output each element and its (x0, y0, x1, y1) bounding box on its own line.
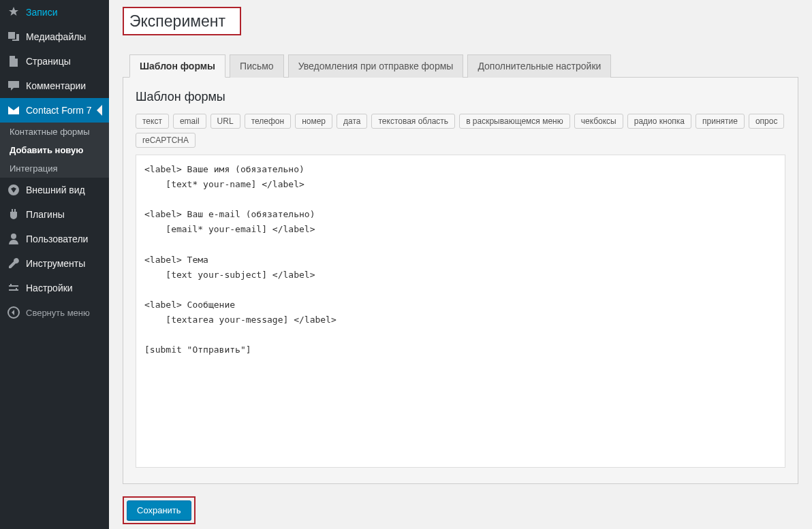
pages-icon (7, 54, 20, 68)
tab-mail[interactable]: Письмо (230, 54, 284, 78)
tag-btn-textarea[interactable]: текстовая область (371, 114, 455, 129)
title-highlight-box (123, 7, 241, 35)
sub-item-add-new[interactable]: Добавить новую (0, 141, 109, 159)
sidebar-item-comments[interactable]: Комментарии (0, 74, 109, 98)
sidebar-item-label: Записи (26, 7, 57, 18)
mail-icon (7, 103, 20, 117)
appearance-icon (7, 183, 20, 197)
panel-heading: Шаблон формы (136, 90, 785, 104)
collapse-menu[interactable]: Свернуть меню (0, 300, 109, 325)
tab-form-template[interactable]: Шаблон формы (129, 54, 225, 78)
sidebar-item-posts[interactable]: Записи (0, 0, 109, 25)
sidebar-item-tools[interactable]: Инструменты (0, 251, 109, 276)
sub-item-contact-forms[interactable]: Контактные формы (0, 123, 109, 141)
form-template-panel: Шаблон формы текст email URL телефон ном… (123, 78, 798, 484)
tag-btn-radio[interactable]: радио кнопка (627, 114, 691, 129)
form-title-input[interactable] (124, 8, 240, 34)
tag-btn-text[interactable]: текст (136, 114, 169, 129)
tag-generator-buttons: текст email URL телефон номер дата текст… (136, 114, 785, 148)
save-highlight-box: Сохранить (123, 496, 196, 524)
form-code-textarea[interactable] (136, 155, 785, 468)
sidebar-submenu: Контактные формы Добавить новую Интеграц… (0, 123, 109, 178)
settings-icon (7, 281, 20, 295)
sidebar-item-label: Contact Form 7 (26, 105, 91, 116)
plugins-icon (7, 208, 20, 221)
tag-btn-quiz[interactable]: опрос (749, 114, 785, 129)
sidebar-item-label: Пользователи (26, 234, 88, 244)
tag-btn-recaptcha[interactable]: reCAPTCHA (136, 133, 196, 148)
tag-btn-acceptance[interactable]: принятие (696, 114, 745, 129)
sub-item-integration[interactable]: Интеграция (0, 159, 109, 178)
tag-btn-url[interactable]: URL (210, 114, 240, 129)
tools-icon (7, 257, 20, 270)
sidebar-item-appearance[interactable]: Внешний вид (0, 178, 109, 202)
users-icon (7, 232, 20, 246)
tag-btn-tel[interactable]: телефон (245, 114, 292, 129)
tag-btn-date[interactable]: дата (337, 114, 367, 129)
media-icon (7, 30, 20, 44)
sidebar-item-settings[interactable]: Настройки (0, 276, 109, 300)
sidebar-item-label: Внешний вид (26, 185, 85, 195)
sidebar-item-plugins[interactable]: Плагины (0, 202, 109, 227)
sidebar-item-label: Инструменты (26, 258, 85, 269)
tabs-container: Шаблон формы Письмо Уведомления при отпр… (123, 48, 798, 484)
tag-btn-number[interactable]: номер (295, 114, 332, 129)
save-button[interactable]: Сохранить (127, 500, 191, 520)
collapse-icon (7, 306, 20, 319)
admin-sidebar: Записи Медиафайлы Страницы Комментарии C… (0, 0, 109, 529)
tab-messages[interactable]: Уведомления при отправке формы (288, 54, 464, 78)
sidebar-item-label: Настройки (26, 283, 73, 293)
sidebar-item-users[interactable]: Пользователи (0, 227, 109, 251)
tag-btn-dropdown[interactable]: в раскрывающемся меню (459, 114, 570, 129)
tabs-nav: Шаблон формы Письмо Уведомления при отпр… (123, 54, 798, 78)
sidebar-item-label: Комментарии (26, 80, 86, 91)
sidebar-item-media[interactable]: Медиафайлы (0, 25, 109, 49)
main-content: Шаблон формы Письмо Уведомления при отпр… (109, 0, 812, 529)
comment-icon (7, 79, 20, 93)
collapse-label: Свернуть меню (26, 308, 90, 318)
sidebar-item-label: Плагины (26, 209, 65, 220)
sidebar-item-contact-form[interactable]: Contact Form 7 (0, 98, 109, 123)
sidebar-item-label: Страницы (26, 56, 71, 67)
tag-btn-email[interactable]: email (173, 114, 206, 129)
sidebar-item-label: Медиафайлы (26, 31, 86, 42)
pin-icon (7, 5, 20, 19)
tab-additional[interactable]: Дополнительные настройки (467, 54, 611, 78)
sidebar-item-pages[interactable]: Страницы (0, 49, 109, 74)
tag-btn-checkboxes[interactable]: чекбоксы (574, 114, 623, 129)
